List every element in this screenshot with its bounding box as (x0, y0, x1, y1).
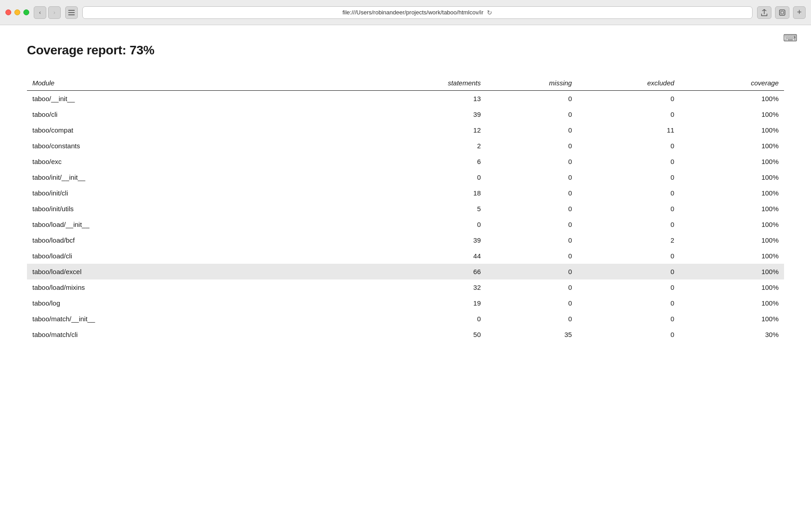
minimize-button[interactable] (14, 9, 20, 15)
table-row[interactable]: taboo/load/mixins3200100% (27, 279, 784, 295)
cell-missing: 0 (486, 201, 578, 217)
cell-statements: 5 (368, 201, 486, 217)
table-row[interactable]: taboo/cli3900100% (27, 106, 784, 122)
cell-excluded: 0 (577, 217, 680, 232)
cell-excluded: 0 (577, 327, 680, 342)
cell-module[interactable]: taboo/load/bcf (27, 232, 368, 248)
svg-rect-3 (780, 10, 785, 15)
cell-excluded: 0 (577, 138, 680, 154)
cell-missing: 0 (486, 264, 578, 279)
table-header-row: Module statements missing excluded cover… (27, 75, 784, 91)
cell-coverage: 100% (680, 169, 784, 185)
cell-statements: 39 (368, 232, 486, 248)
cell-missing: 0 (486, 154, 578, 169)
forward-button[interactable]: › (48, 6, 61, 19)
table-row[interactable]: taboo/match/cli5035030% (27, 327, 784, 342)
cell-module[interactable]: taboo/load/excel (27, 264, 368, 279)
cell-coverage: 100% (680, 106, 784, 122)
cell-coverage: 100% (680, 279, 784, 295)
cell-statements: 50 (368, 327, 486, 342)
cell-module[interactable]: taboo/init/cli (27, 185, 368, 201)
cell-excluded: 0 (577, 295, 680, 311)
cell-missing: 0 (486, 248, 578, 264)
table-row[interactable]: taboo/load/bcf3902100% (27, 232, 784, 248)
table-row[interactable]: taboo/load/__init__000100% (27, 217, 784, 232)
table-row[interactable]: taboo/init/__init__000100% (27, 169, 784, 185)
cell-excluded: 0 (577, 169, 680, 185)
cell-statements: 0 (368, 217, 486, 232)
new-window-button[interactable]: + (793, 6, 806, 19)
cell-missing: 0 (486, 91, 578, 107)
new-tab-button[interactable] (775, 6, 789, 19)
table-row[interactable]: taboo/constants200100% (27, 138, 784, 154)
table-row[interactable]: taboo/load/cli4400100% (27, 248, 784, 264)
cell-statements: 0 (368, 169, 486, 185)
table-row[interactable]: taboo/log1900100% (27, 295, 784, 311)
svg-rect-0 (68, 10, 75, 11)
cell-coverage: 100% (680, 295, 784, 311)
cell-excluded: 0 (577, 91, 680, 107)
cell-statements: 44 (368, 248, 486, 264)
cell-excluded: 0 (577, 154, 680, 169)
page-title: Coverage report: 73% (27, 43, 784, 58)
cell-excluded: 0 (577, 264, 680, 279)
cell-missing: 0 (486, 295, 578, 311)
cell-module[interactable]: taboo/cli (27, 106, 368, 122)
table-row[interactable]: taboo/match/__init__000100% (27, 311, 784, 327)
sidebar-toggle-button[interactable] (65, 6, 78, 19)
cell-coverage: 100% (680, 248, 784, 264)
cell-coverage: 30% (680, 327, 784, 342)
cell-module[interactable]: taboo/__init__ (27, 91, 368, 107)
cell-statements: 19 (368, 295, 486, 311)
address-text: file:///Users/robinandeer/projects/work/… (343, 9, 484, 16)
cell-module[interactable]: taboo/load/__init__ (27, 217, 368, 232)
cell-module[interactable]: taboo/load/cli (27, 248, 368, 264)
cell-statements: 18 (368, 185, 486, 201)
table-row[interactable]: taboo/init/cli1800100% (27, 185, 784, 201)
close-button[interactable] (5, 9, 11, 15)
cell-coverage: 100% (680, 91, 784, 107)
cell-excluded: 0 (577, 279, 680, 295)
cell-excluded: 2 (577, 232, 680, 248)
cell-excluded: 0 (577, 106, 680, 122)
table-row[interactable]: taboo/load/excel6600100% (27, 264, 784, 279)
cell-missing: 35 (486, 327, 578, 342)
cell-module[interactable]: taboo/match/cli (27, 327, 368, 342)
maximize-button[interactable] (23, 9, 29, 15)
table-row[interactable]: taboo/compat12011100% (27, 122, 784, 138)
cell-module[interactable]: taboo/constants (27, 138, 368, 154)
cell-module[interactable]: taboo/init/__init__ (27, 169, 368, 185)
table-row[interactable]: taboo/__init__1300100% (27, 91, 784, 107)
column-excluded: excluded (577, 75, 680, 91)
table-row[interactable]: taboo/exc600100% (27, 154, 784, 169)
cell-module[interactable]: taboo/match/__init__ (27, 311, 368, 327)
cell-coverage: 100% (680, 154, 784, 169)
cell-statements: 66 (368, 264, 486, 279)
cell-module[interactable]: taboo/init/utils (27, 201, 368, 217)
cell-missing: 0 (486, 279, 578, 295)
browser-actions: + (757, 6, 806, 19)
traffic-lights (5, 9, 29, 15)
cell-coverage: 100% (680, 201, 784, 217)
address-bar[interactable]: file:///Users/robinandeer/projects/work/… (82, 6, 753, 19)
column-module: Module (27, 75, 368, 91)
svg-rect-1 (68, 12, 75, 13)
cell-coverage: 100% (680, 138, 784, 154)
cell-module[interactable]: taboo/compat (27, 122, 368, 138)
cell-missing: 0 (486, 217, 578, 232)
cell-excluded: 0 (577, 201, 680, 217)
table-row[interactable]: taboo/init/utils500100% (27, 201, 784, 217)
back-button[interactable]: ‹ (34, 6, 46, 19)
column-statements: statements (368, 75, 486, 91)
cell-module[interactable]: taboo/log (27, 295, 368, 311)
share-button[interactable] (757, 6, 771, 19)
cell-missing: 0 (486, 311, 578, 327)
cell-coverage: 100% (680, 217, 784, 232)
cell-coverage: 100% (680, 264, 784, 279)
coverage-table: Module statements missing excluded cover… (27, 75, 784, 342)
cell-statements: 32 (368, 279, 486, 295)
refresh-button[interactable]: ↻ (487, 9, 492, 16)
cell-module[interactable]: taboo/exc (27, 154, 368, 169)
cell-module[interactable]: taboo/load/mixins (27, 279, 368, 295)
cell-statements: 0 (368, 311, 486, 327)
